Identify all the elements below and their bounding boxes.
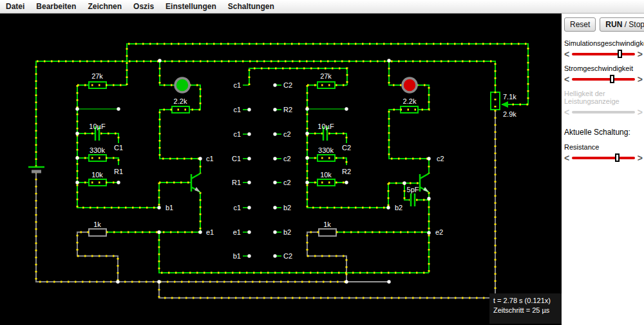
battery[interactable] bbox=[28, 167, 44, 172]
canvas-label: 27k bbox=[320, 72, 332, 80]
resistor-1k-right[interactable] bbox=[319, 229, 336, 236]
canvas-label: C2 bbox=[342, 144, 351, 152]
canvas-label: 7.1k bbox=[503, 93, 516, 101]
status-time: t = 2.78 s (0.121x) bbox=[493, 296, 562, 306]
canvas-label: e1 bbox=[233, 228, 241, 236]
power-brightness-track bbox=[572, 111, 635, 113]
circuit-decrease-arrow[interactable]: < bbox=[564, 153, 569, 162]
transistor-q2[interactable] bbox=[420, 173, 429, 192]
canvas-label: c2 bbox=[437, 155, 444, 162]
power-brightness-increase-arrow: > bbox=[638, 108, 643, 117]
sim-speed-track[interactable] bbox=[572, 53, 635, 55]
circuit-slider-label: Resistance bbox=[564, 143, 643, 151]
canvas-label: R2 bbox=[342, 168, 351, 175]
canvas-label: b1 bbox=[233, 252, 241, 260]
sim-speed-slider: < > bbox=[564, 49, 643, 59]
current-speed-slider: < > bbox=[564, 74, 643, 84]
reset-button[interactable]: Reset bbox=[564, 17, 596, 32]
canvas-label: c1 bbox=[233, 204, 241, 212]
canvas-label: c1 bbox=[233, 106, 241, 113]
circuit-svg[interactable]: 27k2.2k10µFC1330kR110k1kc1b1e127k2.2k10µ… bbox=[0, 14, 562, 325]
canvas-label: R1 bbox=[232, 179, 241, 186]
canvas-label: 1k bbox=[93, 221, 101, 228]
canvas-label: e1 bbox=[206, 228, 214, 236]
canvas-label: c2 bbox=[283, 130, 291, 138]
canvas-label: 2.2k bbox=[403, 97, 417, 105]
canvas-label: b1 bbox=[166, 204, 173, 212]
resistor-1k-left[interactable] bbox=[89, 229, 106, 236]
simulation-status: t = 2.78 s (0.121x) Zeitschritt = 25 µs bbox=[489, 293, 562, 324]
run-stop-button[interactable]: RUN / Stop bbox=[600, 17, 644, 32]
resistor-10k-right[interactable] bbox=[317, 179, 335, 186]
canvas-label: 5pF bbox=[407, 186, 419, 193]
circuit-handle[interactable] bbox=[615, 153, 620, 162]
canvas-label: R1 bbox=[114, 168, 123, 175]
current-speed-label: Stromgeschwindigkeit bbox=[564, 64, 643, 72]
power-brightness-slider: < > bbox=[564, 107, 643, 117]
capacitors bbox=[95, 126, 415, 206]
canvas-label: 330k bbox=[318, 146, 334, 154]
canvas-label: C2 bbox=[283, 81, 292, 89]
run-label: RUN bbox=[605, 20, 622, 29]
stop-label: / Stop bbox=[622, 20, 644, 29]
menu-bearbeiten[interactable]: Bearbeiten bbox=[30, 2, 82, 11]
led-green[interactable] bbox=[175, 78, 189, 92]
led-red[interactable] bbox=[402, 78, 417, 92]
capacitor-5pf[interactable] bbox=[411, 193, 415, 206]
circuit-track[interactable] bbox=[572, 157, 635, 159]
canvas-label: C1 bbox=[114, 144, 123, 152]
canvas-label: b2 bbox=[283, 228, 291, 236]
sim-speed-handle[interactable] bbox=[618, 50, 622, 58]
canvas-label: b2 bbox=[395, 204, 402, 212]
canvas-label: c2 bbox=[283, 155, 291, 162]
power-brightness-decrease-arrow: < bbox=[564, 108, 569, 117]
resistor-27k-right[interactable] bbox=[317, 82, 335, 88]
current-circuit-heading: Aktuelle Schaltung: bbox=[564, 128, 643, 137]
canvas-label: R2 bbox=[283, 106, 292, 113]
canvas-label: 1k bbox=[323, 221, 331, 228]
canvas-label: c1 bbox=[233, 130, 241, 138]
status-timestep: Zeitschritt = 25 µs bbox=[493, 306, 562, 315]
circuit-slider: < > bbox=[564, 153, 643, 163]
current-speed-handle[interactable] bbox=[610, 75, 614, 83]
canvas-label: 2.9k bbox=[503, 110, 516, 118]
current-speed-track[interactable] bbox=[572, 78, 635, 81]
resistor-2.2k-left[interactable] bbox=[172, 106, 189, 113]
menu-bar: Datei Bearbeiten Zeichnen Oszis Einstell… bbox=[0, 0, 644, 14]
canvas-label: c1 bbox=[233, 81, 241, 89]
current-speed-increase-arrow[interactable]: > bbox=[638, 75, 643, 84]
wires-green bbox=[36, 44, 528, 298]
canvas-label: 330k bbox=[90, 146, 105, 154]
canvas-label: 2.2k bbox=[174, 97, 187, 105]
sim-speed-decrease-arrow[interactable]: < bbox=[564, 50, 569, 59]
circuit-increase-arrow[interactable]: > bbox=[638, 153, 643, 162]
menu-zeichnen[interactable]: Zeichnen bbox=[82, 2, 128, 11]
sim-speed-label: Simulationsgeschwindigkeit bbox=[564, 39, 643, 47]
canvas-label: e2 bbox=[435, 228, 443, 236]
circuit-canvas[interactable]: 27k2.2k10µFC1330kR110k1kc1b1e127k2.2k10µ… bbox=[0, 14, 562, 325]
canvas-label: C2 bbox=[283, 252, 292, 260]
current-dots bbox=[36, 44, 528, 298]
current-speed-decrease-arrow[interactable]: < bbox=[564, 75, 569, 84]
canvas-label: C1 bbox=[232, 155, 241, 162]
menu-schaltungen[interactable]: Schaltungen bbox=[222, 2, 280, 11]
potentiometer-wiper-arrow bbox=[501, 101, 508, 108]
menu-einstellungen[interactable]: Einstellungen bbox=[160, 2, 222, 11]
transistor-q1[interactable] bbox=[191, 173, 200, 192]
canvas-label: 27k bbox=[91, 72, 103, 80]
sim-speed-increase-arrow[interactable]: > bbox=[638, 50, 643, 59]
canvas-label: 10k bbox=[91, 171, 103, 179]
circuit-simulator-window: Datei Bearbeiten Zeichnen Oszis Einstell… bbox=[0, 0, 644, 325]
canvas-label: c1 bbox=[206, 155, 214, 162]
canvas-label: 10µF bbox=[317, 123, 334, 130]
control-panel: Reset RUN / Stop Simulationsgeschwindigk… bbox=[562, 14, 644, 325]
canvas-label: c2 bbox=[283, 179, 291, 186]
menu-datei[interactable]: Datei bbox=[0, 2, 30, 11]
junction-dots bbox=[75, 59, 430, 283]
resistor-330k-right[interactable] bbox=[317, 155, 335, 161]
menu-oszis[interactable]: Oszis bbox=[128, 2, 160, 11]
power-brightness-label: Helligkeit der Leistungsanzeige bbox=[564, 90, 635, 105]
canvas-label: 10µF bbox=[89, 123, 106, 130]
canvas-label: 10k bbox=[320, 171, 332, 179]
canvas-label: b2 bbox=[283, 204, 291, 212]
